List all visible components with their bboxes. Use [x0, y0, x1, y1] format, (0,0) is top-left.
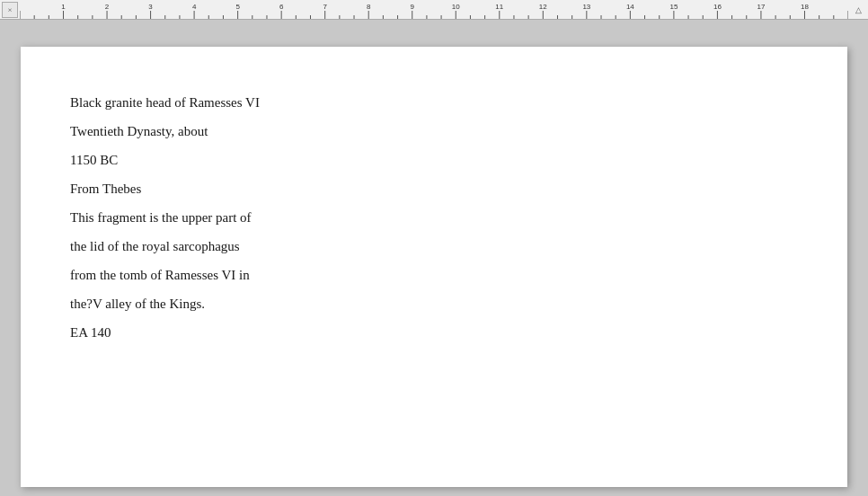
ruler-left-icon[interactable]: × [2, 2, 18, 18]
line-desc2: the lid of the royal sarcophagus [70, 235, 798, 257]
ruler: × △ [0, 0, 868, 20]
line-title: Black granite head of Ramesses VI [70, 92, 798, 113]
line-location: From Thebes [70, 178, 798, 199]
line-desc4: the?V alley of the Kings. [70, 293, 798, 314]
line-desc1: This fragment is the upper part of [70, 207, 798, 228]
ruler-right-icon: △ [850, 2, 866, 18]
line-date: 1150 BC [70, 149, 798, 171]
page-content: Black granite head of Ramesses VI Twenti… [70, 92, 798, 343]
document-page: Black granite head of Ramesses VI Twenti… [21, 47, 847, 487]
line-catalog: EA 140 [70, 322, 798, 343]
ruler-canvas [20, 0, 848, 20]
line-dynasty: Twentieth Dynasty, about [70, 120, 798, 142]
main-area: Black granite head of Ramesses VI Twenti… [0, 20, 868, 496]
line-desc3: from the tomb of Ramesses VI in [70, 264, 798, 286]
